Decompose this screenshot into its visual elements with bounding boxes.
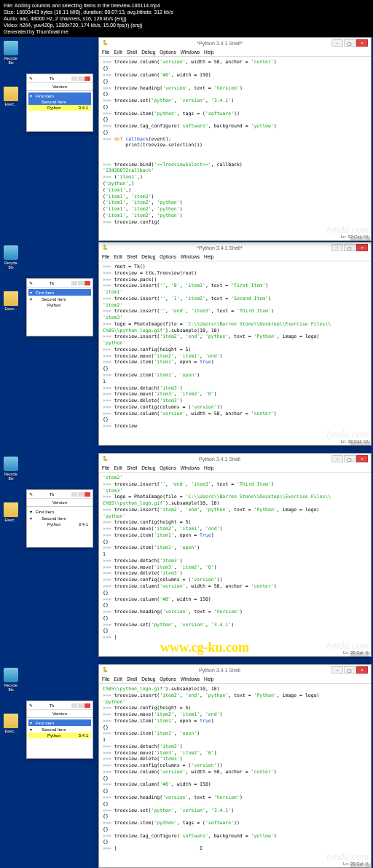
menu-edit[interactable]: Edit [114, 676, 122, 682]
shell-body[interactable]: >>> treeview.column('version', width = 5… [99, 57, 371, 237]
tree-row[interactable]: ▾Second Item [28, 515, 91, 521]
treeview[interactable]: ▾First Item▾Second ItemPython [27, 288, 93, 309]
menu-shell[interactable]: Shell [127, 254, 137, 259]
meta-header: File: Adding columns and selecting items… [0, 0, 373, 37]
menu-help[interactable]: Help [204, 254, 213, 259]
recycle-bin-icon[interactable]: Recycle Bin [2, 668, 20, 692]
thumbnail-2: Recycle BinExerc... ✎Tk Version ▾First I… [0, 453, 373, 658]
tk-window[interactable]: ✎Tk Version ▾First Item▾Second ItemPytho… [26, 489, 93, 548]
recycle-bin-icon[interactable]: Recycle Bin [2, 245, 20, 269]
treeview[interactable]: ▾First Item▾Second ItemPython3.4.1 [27, 507, 93, 529]
menu-help[interactable]: Help [204, 676, 213, 682]
menu-help[interactable]: Help [204, 465, 213, 470]
menu-windows[interactable]: Windows [181, 465, 200, 470]
tree-row[interactable]: ▾First Item [28, 92, 91, 99]
shell-body[interactable]: Ch05\\python_logo.gif').subsample(10, 10… [99, 684, 371, 864]
menu-windows[interactable]: Windows [181, 254, 200, 259]
close-button[interactable]: × [356, 244, 368, 251]
menu-debug[interactable]: Debug [141, 465, 155, 470]
folder-icon[interactable]: Exerc... [2, 87, 20, 106]
tk-window[interactable]: ✎Tk ▾First Item▾Second ItemPython [26, 278, 93, 336]
url-watermark: www.cg-ku.com [160, 640, 249, 655]
menu-windows[interactable]: Windows [181, 676, 200, 682]
tk-titlebar: ✎Tk [27, 279, 93, 288]
treeview[interactable]: ▾First Item▾Second ItemPython3.4.1 [27, 718, 93, 740]
menu-windows[interactable]: Windows [181, 50, 200, 55]
meta-gen: Generated by Thumbnail me [4, 28, 369, 35]
min-button[interactable] [71, 281, 77, 285]
folder-icon[interactable]: Exerc... [2, 291, 20, 311]
meta-size: Size: 16893443 bytes (16.11 MiB), durati… [4, 9, 369, 15]
tree-row[interactable]: Python [28, 302, 91, 308]
menu-options[interactable]: Options [160, 50, 176, 55]
thumbnail-1: Recycle Bin Exerc... ✎Tk ▾First Item▾Sec… [0, 242, 373, 446]
python-icon: 🐍 [102, 245, 109, 250]
tree-row[interactable]: Second Item [28, 99, 91, 105]
tree-row[interactable]: ▾Second Item [28, 296, 91, 302]
recycle-bin-icon[interactable]: Recycle Bin [2, 41, 20, 65]
tree-row[interactable]: ▾First Item [28, 719, 91, 726]
python-shell: 🐍Python 3.4.1 Shell-▢× FileEditShellDebu… [98, 664, 372, 868]
tk-window[interactable]: ✎Tk Version ▾First Item▾Second ItemPytho… [26, 701, 93, 759]
shell-menu[interactable]: FileEditShellDebugOptionsWindowsHelp [99, 253, 371, 261]
menu-file[interactable]: File [102, 676, 109, 682]
timestamp: 00:01:29 [350, 441, 370, 446]
folder-icon[interactable]: Exerc... [2, 714, 20, 733]
folder-icon[interactable]: Exerc... [2, 502, 20, 522]
python-shell: 🐍 *Python 3.4.1 Shell* - ▢ × FileEditShe… [98, 242, 372, 446]
desktop-icons: Recycle Bin Exerc... [2, 245, 20, 311]
menu-debug[interactable]: Debug [141, 50, 155, 55]
max-button[interactable] [78, 281, 84, 285]
tk-window[interactable]: ✎Tk Version ▾First ItemSecond ItemPython… [26, 74, 93, 132]
shell-titlebar: 🐍 *Python 3.4.1 Shell* - ▢ × [99, 242, 371, 253]
thumbnail-4: Recycle BinExerc... ✎Tk Version ▾First I… [0, 37, 373, 242]
shell-body[interactable]: 'item2' >>> treeview.insert('', 'end', '… [99, 473, 371, 653]
menu-shell[interactable]: Shell [127, 50, 137, 55]
max-button[interactable]: ▢ [344, 244, 356, 251]
tree-row[interactable]: Python3.4.1 [28, 733, 91, 738]
menu-options[interactable]: Options [160, 465, 176, 470]
tree-row[interactable]: ▾Second Item [28, 726, 91, 733]
menu-file[interactable]: File [102, 465, 109, 470]
menu-help[interactable]: Help [204, 50, 213, 55]
meta-audio: Audio: aac, 48000 Hz, 2 channels, s16, 1… [4, 15, 369, 22]
menu-edit[interactable]: Edit [114, 254, 122, 259]
menu-file[interactable]: File [102, 50, 109, 55]
recycle-bin-icon[interactable]: Recycle Bin [2, 457, 20, 481]
min-button[interactable]: - [331, 244, 343, 251]
meta-file: File: Adding columns and selecting items… [4, 2, 369, 9]
menu-debug[interactable]: Debug [141, 676, 155, 682]
menu-edit[interactable]: Edit [114, 50, 122, 55]
menu-options[interactable]: Options [160, 254, 176, 259]
shell-body[interactable]: >>> root = Tk() >>> treeview = ttk.Treev… [99, 261, 371, 442]
meta-video: Video: h264, yuv420p, 1280x720, 174 kb/s… [4, 22, 369, 28]
tree-row[interactable]: Python3.4.1 [28, 105, 91, 111]
python-shell: 🐍*Python 3.4.1 Shell*-▢× FileEditShellDe… [98, 37, 372, 241]
tree-row[interactable]: Python3.4.1 [28, 521, 91, 527]
treeview[interactable]: ▾First ItemSecond ItemPython3.4.1 [27, 91, 93, 112]
python-shell: 🐍Python 3.4.1 Shell-▢× FileEditShellDebu… [98, 453, 372, 657]
close-button[interactable] [85, 281, 90, 285]
thumbnail-3: Recycle BinExerc... ✎Tk Version ▾First I… [0, 664, 373, 868]
column-heading[interactable]: Version [27, 499, 93, 507]
tree-row[interactable]: ▾First Item [28, 508, 91, 515]
menu-shell[interactable]: Shell [127, 676, 137, 682]
shell-title: *Python 3.4.1 Shell* [109, 245, 331, 250]
menu-file[interactable]: File [102, 254, 109, 259]
menu-edit[interactable]: Edit [114, 465, 122, 470]
menu-shell[interactable]: Shell [127, 465, 137, 470]
tree-row[interactable]: ▾First Item [28, 289, 91, 296]
menu-debug[interactable]: Debug [141, 254, 155, 259]
watermark: lynda.com [326, 429, 369, 441]
menu-options[interactable]: Options [160, 676, 176, 682]
